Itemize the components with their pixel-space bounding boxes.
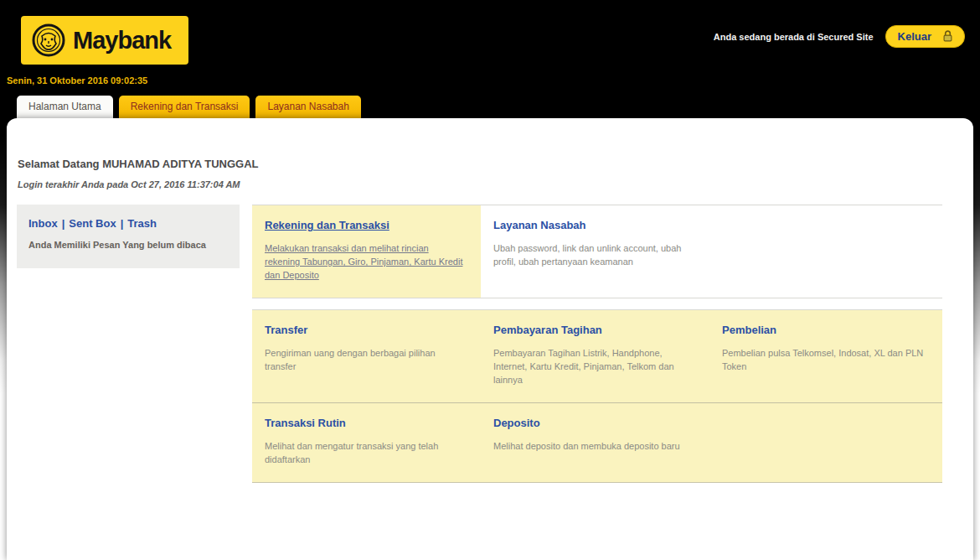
main-content-panel: Selamat Datang MUHAMAD ADITYA TUNGGAL Lo… bbox=[7, 118, 973, 560]
card-transfer[interactable]: Transfer Pengiriman uang dengan berbagai… bbox=[252, 310, 481, 402]
unread-message-notice: Anda Memiliki Pesan Yang belum dibaca bbox=[28, 240, 228, 250]
card-deposito-title[interactable]: Deposito bbox=[493, 417, 540, 429]
inbox-link[interactable]: Inbox bbox=[28, 217, 58, 230]
card-empty bbox=[709, 205, 942, 298]
card-pembayaran-tagihan[interactable]: Pembayaran Tagihan Pembayaran Tagihan Li… bbox=[481, 310, 709, 402]
card-pembelian[interactable]: Pembelian Pembelian pulsa Telkomsel, Ind… bbox=[709, 310, 942, 402]
mailbox-links: Inbox|Sent Box|Trash bbox=[28, 217, 228, 230]
menu-row-3: Transaksi Rutin Melihat dan mengatur tra… bbox=[252, 403, 942, 482]
card-transfer-title[interactable]: Transfer bbox=[265, 324, 307, 336]
mailbox-separator: | bbox=[58, 217, 70, 230]
maybank-logo[interactable]: Maybank bbox=[21, 16, 188, 65]
card-empty bbox=[709, 403, 942, 482]
card-layanan-nasabah[interactable]: Layanan Nasabah Ubah password, link dan … bbox=[481, 205, 709, 298]
maybank-tiger-emblem-icon bbox=[31, 23, 66, 58]
last-login-text: Login terakhir Anda pada Oct 27, 2016 11… bbox=[7, 170, 973, 189]
card-layanan-title[interactable]: Layanan Nasabah bbox=[493, 219, 586, 231]
tab-layanan-nasabah[interactable]: Layanan Nasabah bbox=[255, 96, 360, 118]
card-pembelian-title[interactable]: Pembelian bbox=[722, 324, 776, 336]
lock-icon bbox=[941, 29, 954, 43]
card-transfer-desc: Pengiriman uang dengan berbagai pilihan … bbox=[265, 347, 464, 374]
logout-label: Keluar bbox=[898, 30, 931, 43]
page-header: Maybank Anda sedang berada di Secured Si… bbox=[0, 0, 980, 118]
card-pembelian-desc: Pembelian pulsa Telkomsel, Indosat, XL d… bbox=[722, 347, 926, 374]
card-pembayaran-title[interactable]: Pembayaran Tagihan bbox=[493, 324, 602, 336]
card-deposito[interactable]: Deposito Melihat deposito dan membuka de… bbox=[481, 403, 709, 482]
mailbox-separator: | bbox=[116, 217, 128, 230]
menu-row-1: Rekening dan Transaksi Melakukan transak… bbox=[252, 205, 942, 298]
row-gap bbox=[252, 298, 942, 309]
trash-link[interactable]: Trash bbox=[127, 217, 157, 230]
card-transaksi-rutin[interactable]: Transaksi Rutin Melihat dan mengatur tra… bbox=[252, 403, 481, 482]
card-rekening-desc[interactable]: Melakukan transaksi dan melihat rincian … bbox=[265, 242, 464, 283]
card-deposito-desc: Melihat deposito dan membuka deposito ba… bbox=[493, 440, 693, 454]
logout-button[interactable]: Keluar bbox=[885, 25, 965, 48]
tab-rekening-dan-transaksi[interactable]: Rekening dan Transaksi bbox=[119, 96, 250, 118]
current-datetime: Senin, 31 Oktober 2016 09:02:35 bbox=[7, 75, 147, 86]
mailbox-widget: Inbox|Sent Box|Trash Anda Memiliki Pesan… bbox=[17, 205, 240, 268]
card-transaksi-rutin-desc: Melihat dan mengatur transaksi yang tela… bbox=[265, 440, 464, 467]
card-pembayaran-desc: Pembayaran Tagihan Listrik, Handphone, I… bbox=[493, 347, 693, 387]
card-transaksi-rutin-title[interactable]: Transaksi Rutin bbox=[265, 417, 346, 429]
main-nav-tabs: Halaman Utama Rekening dan Transaksi Lay… bbox=[17, 96, 361, 118]
card-rekening-title[interactable]: Rekening dan Transaksi bbox=[265, 219, 389, 231]
menu-row-2: Transfer Pengiriman uang dengan berbagai… bbox=[252, 310, 942, 403]
secured-site-text: Anda sedang berada di Secured Site bbox=[714, 32, 874, 42]
welcome-greeting: Selamat Datang MUHAMAD ADITYA TUNGGAL bbox=[7, 118, 973, 170]
sent-box-link[interactable]: Sent Box bbox=[69, 217, 116, 230]
logo-wordmark: Maybank bbox=[73, 27, 171, 54]
tab-halaman-utama[interactable]: Halaman Utama bbox=[17, 96, 113, 118]
card-rekening-dan-transaksi[interactable]: Rekening dan Transaksi Melakukan transak… bbox=[252, 205, 481, 298]
card-layanan-desc: Ubah password, link dan unlink account, … bbox=[493, 242, 693, 269]
menu-yellow-block: Transfer Pengiriman uang dengan berbagai… bbox=[252, 309, 942, 483]
menu-cards-area: Rekening dan Transaksi Melakukan transak… bbox=[252, 205, 942, 483]
